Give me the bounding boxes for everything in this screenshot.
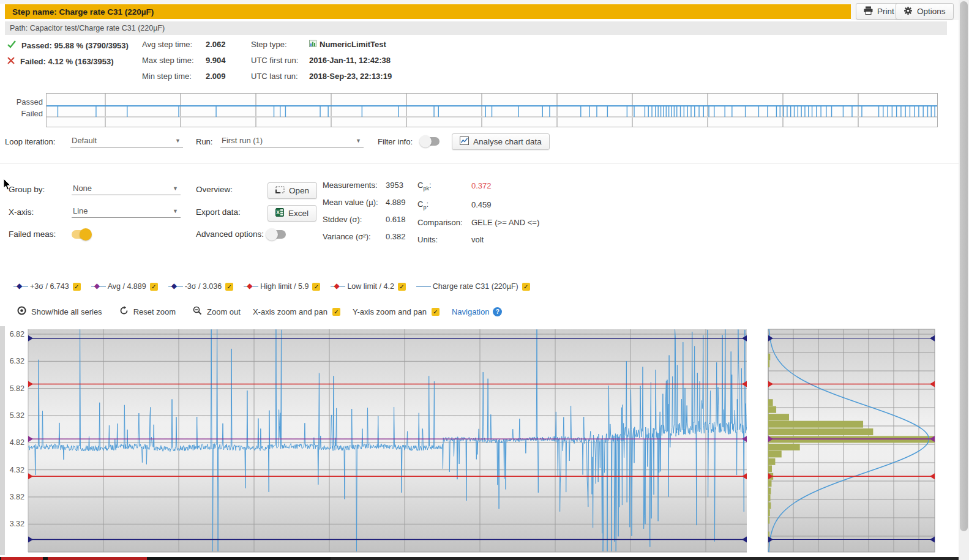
top-strip: [0, 0, 969, 4]
loop-iteration-value: Default: [72, 136, 97, 145]
overview-open-button[interactable]: Open: [268, 182, 317, 199]
legend-label: High limit / 5.9: [260, 282, 309, 291]
group-by-select[interactable]: None ▼: [72, 182, 181, 195]
y-axis-zoom-pan-option[interactable]: Y-axis zoom and pan ✓: [353, 307, 440, 316]
legend-item-1[interactable]: ◆Avg / 4.889✓: [91, 282, 158, 291]
legend-checkbox[interactable]: ✓: [73, 283, 81, 291]
pass-fail-timeline-chart[interactable]: [46, 93, 938, 127]
measurement-stats-table: Measurements:3953Mean value (µ):4.889Std…: [323, 181, 406, 241]
breadcrumb: Path: Capacitor test/Charge rate C31 (22…: [5, 21, 947, 35]
x-axis-zoom-label: X-axis zoom and pan: [253, 307, 327, 316]
advanced-options-label: Advanced options:: [196, 230, 264, 239]
legend-item-2[interactable]: ◆-3σ / 3.036✓: [168, 282, 234, 291]
legend-checkbox[interactable]: ✓: [398, 283, 406, 291]
summary-value: NumericLimitTest: [309, 40, 392, 49]
legend-checkbox[interactable]: ✓: [312, 283, 320, 291]
svg-text:X: X: [276, 209, 280, 215]
stat-value: 0.618: [386, 215, 406, 224]
legend-item-5[interactable]: Charge rate C31 (220µF)✓: [416, 282, 530, 291]
y-axis-zoom-label: Y-axis zoom and pan: [353, 307, 427, 316]
measurement-line-chart[interactable]: 6.826.325.825.324.824.323.823.32: [0, 326, 750, 555]
filter-info-toggle[interactable]: [421, 137, 440, 146]
run-label: Run:: [196, 137, 212, 146]
line-marker-icon: [416, 282, 431, 291]
diamond-marker-icon: ◆: [168, 282, 183, 291]
chart-toolbar: Show/hide all series Reset zoom Zoom out…: [17, 306, 502, 317]
failed-meas-toggle[interactable]: [72, 230, 90, 239]
filter-info-label: Filter info:: [378, 137, 413, 146]
stat-label: Units:: [417, 235, 471, 244]
chevron-down-icon: ▼: [173, 185, 178, 192]
summary-label: Step type:: [251, 40, 302, 49]
export-data-label: Export data:: [196, 207, 241, 217]
distribution-histogram-chart[interactable]: [760, 326, 943, 555]
stat-value: 4.889: [386, 198, 406, 207]
export-excel-button[interactable]: X Excel: [268, 205, 316, 222]
stat-label: Variance (σ²):: [323, 232, 386, 241]
run-value: First run (1): [222, 136, 263, 145]
svg-text:3.82: 3.82: [10, 493, 24, 501]
stat-label: Measurements:: [323, 181, 386, 190]
chevron-down-icon: ▼: [173, 208, 178, 214]
vertical-scrollbar[interactable]: [959, 0, 969, 560]
legend-checkbox[interactable]: ✓: [225, 283, 233, 291]
passed-summary: Passed: 95.88 % (3790/3953): [21, 41, 129, 50]
stat-value: volt: [471, 235, 539, 244]
stat-label: Comparison:: [417, 218, 471, 227]
legend-checkbox[interactable]: ✓: [150, 283, 158, 291]
navigation-link[interactable]: Navigation: [452, 307, 489, 316]
legend-item-3[interactable]: ◆High limit / 5.9✓: [244, 282, 320, 291]
help-question-icon[interactable]: ?: [493, 307, 502, 316]
svg-text:5.32: 5.32: [10, 411, 24, 420]
advanced-options-toggle[interactable]: [268, 230, 286, 239]
options-label: Options: [917, 7, 946, 16]
legend-label: Charge rate C31 (220µF): [433, 282, 518, 291]
excel-label: Excel: [288, 209, 309, 218]
stat-label: Mean value (µ):: [323, 198, 386, 207]
run-select[interactable]: First run (1) ▼: [220, 135, 364, 147]
zoom-out-label: Zoom out: [207, 307, 241, 316]
open-overview-icon: [275, 186, 285, 195]
numeric-limit-test-icon: [309, 40, 316, 49]
reset-zoom-button[interactable]: Reset zoom: [119, 306, 176, 317]
show-hide-all-series-button[interactable]: Show/hide all series: [17, 306, 102, 317]
x-axis-select[interactable]: Line ▼: [72, 205, 181, 218]
summary-label: Avg step time:: [142, 40, 198, 49]
zoom-out-button[interactable]: Zoom out: [193, 306, 241, 317]
summary-label: Min step time:: [142, 72, 198, 81]
loop-iteration-label: Loop iteration:: [5, 137, 55, 146]
x-axis-value: Line: [73, 206, 88, 215]
scrollbar-thumb[interactable]: [960, 1, 968, 531]
printer-icon: [864, 6, 873, 17]
svg-text:6.32: 6.32: [10, 357, 24, 365]
print-label: Print: [877, 7, 894, 16]
svg-text:3.32: 3.32: [10, 520, 24, 528]
eye-icon: [17, 306, 26, 317]
summary-value: 2018-Sep-23, 22:13:19: [309, 72, 392, 81]
legend-item-4[interactable]: ◆Low limit / 4.2✓: [331, 282, 405, 291]
svg-text:4.32: 4.32: [10, 466, 24, 474]
diamond-marker-icon: ◆: [91, 282, 106, 291]
stat-label: Cpk:: [417, 181, 471, 192]
stat-label: Cp:: [417, 200, 471, 211]
x-axis-zoom-pan-option[interactable]: X-axis zoom and pan ✓: [253, 307, 340, 316]
summary-label: UTC last run:: [251, 72, 302, 81]
y-axis-zoom-checkbox[interactable]: ✓: [432, 308, 440, 316]
path-text: Path: Capacitor test/Charge rate C31 (22…: [10, 24, 165, 32]
options-button[interactable]: Options: [896, 3, 954, 20]
legend-checkbox[interactable]: ✓: [522, 283, 530, 291]
analyse-chart-data-button[interactable]: Analyse chart data: [452, 133, 550, 150]
step-run-info: Step type:NumericLimitTestUTC first run:…: [251, 40, 392, 81]
failed-meas-label: Failed meas:: [9, 230, 56, 239]
capability-stats-table: Cpk:0.372Cp:0.459Comparison:GELE (>= AND…: [417, 181, 539, 244]
group-by-label: Group by:: [9, 185, 45, 194]
legend-item-0[interactable]: ◆+3σ / 6.743✓: [13, 282, 81, 291]
stat-label: Stddev (σ):: [323, 215, 386, 224]
loop-iteration-select[interactable]: Default ▼: [70, 135, 183, 147]
svg-text:5.82: 5.82: [10, 384, 24, 393]
svg-text:4.82: 4.82: [10, 438, 24, 447]
stat-value: 0.372: [471, 181, 539, 190]
x-axis-zoom-checkbox[interactable]: ✓: [332, 308, 340, 316]
diamond-marker-icon: ◆: [244, 282, 258, 291]
summary-value: 9.904: [206, 56, 226, 65]
